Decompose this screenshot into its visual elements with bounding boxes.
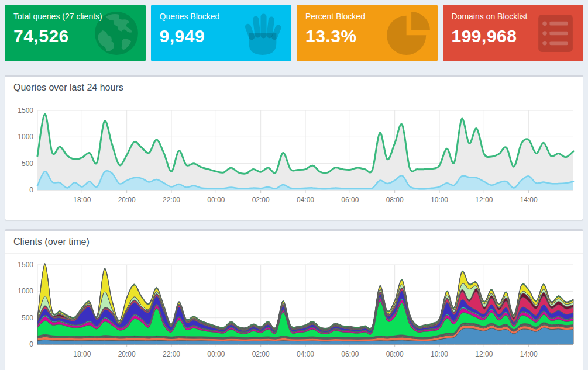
svg-text:06:00: 06:00 bbox=[341, 196, 359, 204]
svg-text:08:00: 08:00 bbox=[386, 350, 404, 358]
svg-text:02:00: 02:00 bbox=[252, 350, 270, 358]
card-label: Percent Blocked bbox=[305, 12, 429, 21]
stat-card-total-queries: Total queries (27 clients) 74,526 bbox=[5, 5, 146, 61]
clients-over-time-chart[interactable]: 05001000150018:0020:0022:0000:0002:0004:… bbox=[11, 258, 577, 370]
queries-panel-title: Queries over last 24 hours bbox=[5, 77, 583, 99]
svg-text:0: 0 bbox=[29, 340, 33, 348]
summary-cards-row: Total queries (27 clients) 74,526 Querie… bbox=[5, 5, 583, 61]
svg-text:02:00: 02:00 bbox=[252, 196, 270, 204]
svg-text:00:00: 00:00 bbox=[207, 196, 225, 204]
svg-text:1500: 1500 bbox=[18, 261, 33, 269]
card-label: Queries Blocked bbox=[160, 12, 283, 21]
queries-over-time-chart[interactable]: 05001000150018:0020:0022:0000:0002:0004:… bbox=[11, 103, 577, 216]
svg-text:1000: 1000 bbox=[18, 133, 33, 141]
svg-text:14:00: 14:00 bbox=[520, 350, 538, 358]
svg-text:06:00: 06:00 bbox=[341, 350, 359, 358]
card-value: 9,949 bbox=[160, 26, 283, 46]
svg-text:1000: 1000 bbox=[18, 287, 33, 295]
card-value: 13.3% bbox=[305, 26, 429, 46]
svg-text:18:00: 18:00 bbox=[73, 196, 91, 204]
svg-text:22:00: 22:00 bbox=[163, 196, 180, 204]
svg-text:04:00: 04:00 bbox=[297, 196, 314, 204]
svg-text:04:00: 04:00 bbox=[297, 350, 314, 358]
svg-text:00:00: 00:00 bbox=[207, 350, 225, 358]
svg-text:20:00: 20:00 bbox=[118, 196, 136, 204]
card-value: 199,968 bbox=[452, 26, 575, 46]
stat-card-queries-blocked: Queries Blocked 9,949 bbox=[151, 5, 292, 61]
svg-text:14:00: 14:00 bbox=[520, 196, 538, 204]
svg-text:10:00: 10:00 bbox=[431, 350, 448, 358]
svg-text:22:00: 22:00 bbox=[163, 350, 180, 358]
card-label: Domains on Blocklist bbox=[452, 12, 575, 21]
card-value: 74,526 bbox=[13, 26, 137, 46]
svg-text:500: 500 bbox=[22, 160, 33, 168]
clients-panel: Clients (over time) 05001000150018:0020:… bbox=[5, 229, 583, 370]
stat-card-percent-blocked: Percent Blocked 13.3% bbox=[297, 5, 438, 61]
stat-card-domains-blocklist: Domains on Blocklist 199,968 bbox=[443, 5, 584, 61]
clients-panel-title: Clients (over time) bbox=[5, 231, 583, 254]
svg-text:12:00: 12:00 bbox=[475, 196, 493, 204]
card-label: Total queries (27 clients) bbox=[13, 12, 137, 21]
svg-text:500: 500 bbox=[22, 314, 33, 322]
svg-text:12:00: 12:00 bbox=[475, 350, 493, 358]
pihole-dashboard: { "cards": [ {"label": "Total queries (2… bbox=[0, 0, 588, 370]
svg-text:10:00: 10:00 bbox=[431, 196, 448, 204]
svg-text:08:00: 08:00 bbox=[386, 196, 404, 204]
svg-text:18:00: 18:00 bbox=[73, 350, 91, 358]
queries-panel: Queries over last 24 hours 0500100015001… bbox=[5, 75, 583, 220]
svg-text:0: 0 bbox=[29, 186, 33, 194]
svg-text:20:00: 20:00 bbox=[118, 350, 136, 358]
svg-text:1500: 1500 bbox=[18, 106, 33, 115]
